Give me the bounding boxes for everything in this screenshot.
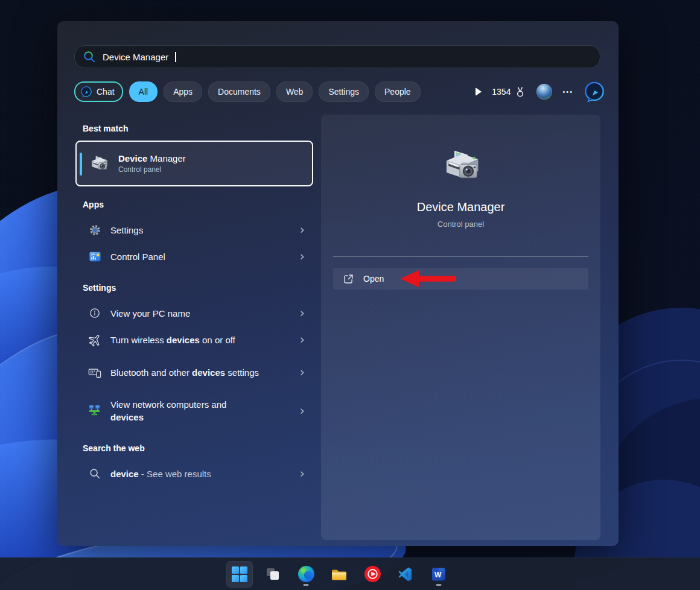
rewards-button[interactable]: 1354 — [492, 86, 526, 98]
result-label: device - See web results — [110, 468, 211, 480]
open-external-icon — [343, 273, 354, 285]
start-button[interactable] — [226, 561, 253, 588]
rewards-points: 1354 — [492, 87, 511, 97]
preview-divider — [333, 256, 588, 257]
open-button[interactable]: Open — [333, 268, 588, 290]
running-indicator — [304, 584, 309, 586]
bing-chat-icon — [80, 86, 92, 98]
filter-tab-settings[interactable]: Settings — [319, 81, 369, 102]
file-explorer-icon — [331, 566, 348, 582]
best-match-item[interactable]: Device Manager Control panel — [75, 141, 313, 186]
vscode-icon — [398, 566, 413, 582]
filter-tab-documents[interactable]: Documents — [208, 81, 270, 102]
edge-icon — [298, 566, 314, 582]
control-panel-icon — [88, 250, 101, 263]
result-view-pc-name[interactable]: View your PC name › — [75, 300, 313, 326]
settings-gear-icon — [88, 224, 101, 236]
filter-tab-web[interactable]: Web — [276, 81, 313, 102]
running-indicator — [436, 584, 442, 586]
preview-title: Device Manager — [417, 200, 505, 214]
apps-header: Apps — [83, 200, 313, 209]
desktop: Device Manager Chat All Apps Documents W… — [0, 0, 700, 590]
result-label: View network computers and devices — [110, 398, 261, 423]
chevron-right-icon: › — [300, 224, 305, 236]
search-query-text: Device Manager — [103, 52, 168, 62]
best-match-header: Best match — [83, 124, 313, 133]
search-input[interactable]: Device Manager — [74, 45, 600, 68]
chevron-right-icon: › — [300, 251, 305, 262]
youtube-music-button[interactable] — [359, 561, 386, 588]
result-airplane-mode[interactable]: Turn wireless devices on or off › — [75, 326, 313, 353]
result-settings-app[interactable]: Settings › — [75, 217, 313, 243]
device-manager-icon — [89, 153, 109, 174]
filter-tab-people[interactable]: People — [375, 81, 421, 102]
filter-tab-all[interactable]: All — [129, 81, 158, 102]
rewards-medal-icon — [514, 86, 526, 98]
red-arrow-annotation — [400, 270, 458, 288]
taskbar: W — [0, 557, 700, 590]
chevron-right-icon: › — [300, 308, 305, 319]
result-control-panel-app[interactable]: Control Panel › — [75, 243, 313, 270]
word-icon: W — [430, 566, 447, 583]
result-label: Bluetooth and other devices settings — [110, 366, 259, 379]
task-view-icon — [265, 566, 281, 582]
more-options-icon[interactable]: ••• — [562, 89, 573, 95]
word-button[interactable]: W — [425, 561, 452, 588]
bluetooth-devices-icon — [88, 366, 101, 379]
result-web-search[interactable]: device - See web results › — [75, 460, 313, 487]
search-web-header: Search the web — [83, 443, 313, 453]
best-match-title: Device Manager — [118, 153, 186, 163]
filter-tab-apps[interactable]: Apps — [164, 81, 202, 102]
filter-chat-label: Chat — [97, 87, 115, 97]
filter-chat-pill[interactable]: Chat — [74, 81, 123, 102]
network-devices-icon — [88, 404, 101, 417]
youtube-music-icon — [364, 566, 381, 582]
chevron-right-icon: › — [300, 334, 305, 346]
best-match-subtitle: Control panel — [118, 165, 186, 174]
search-results-list: Best match Device Manager Control panel … — [75, 118, 313, 487]
task-view-button[interactable] — [259, 561, 286, 588]
windows-start-icon — [232, 566, 247, 582]
selection-accent-bar — [80, 153, 82, 176]
preview-pane: Device Manager Control panel Open — [321, 115, 600, 540]
vscode-button[interactable] — [392, 561, 419, 588]
result-label: View your PC name — [110, 307, 190, 320]
result-bluetooth-devices[interactable]: Bluetooth and other devices settings › — [75, 353, 313, 392]
user-avatar[interactable] — [536, 84, 552, 100]
open-button-label: Open — [363, 274, 384, 284]
settings-header: Settings — [83, 283, 313, 293]
text-caret — [175, 52, 176, 62]
bing-button[interactable] — [584, 81, 605, 103]
device-manager-icon-large — [440, 145, 482, 187]
chevron-right-icon: › — [300, 367, 305, 378]
result-label: Control Panel — [110, 250, 165, 263]
web-search-icon — [88, 468, 101, 480]
edge-browser-button[interactable] — [293, 561, 319, 588]
chevron-right-icon: › — [300, 405, 305, 417]
chevron-right-icon: › — [300, 468, 305, 480]
search-icon — [83, 50, 96, 63]
preview-subtitle: Control panel — [438, 220, 484, 229]
airplane-icon — [88, 334, 101, 346]
more-filters-icon[interactable] — [476, 87, 482, 96]
svg-text:W: W — [434, 570, 442, 579]
result-network-computers[interactable]: View network computers and devices › — [75, 392, 313, 430]
info-icon — [88, 307, 101, 319]
search-filter-bar: Chat All Apps Documents Web Settings Peo… — [74, 81, 605, 103]
result-label: Settings — [110, 224, 143, 236]
result-label: Turn wireless devices on or off — [110, 334, 235, 346]
search-flyout-panel: Device Manager Chat All Apps Documents W… — [57, 21, 619, 546]
file-explorer-button[interactable] — [326, 561, 352, 588]
